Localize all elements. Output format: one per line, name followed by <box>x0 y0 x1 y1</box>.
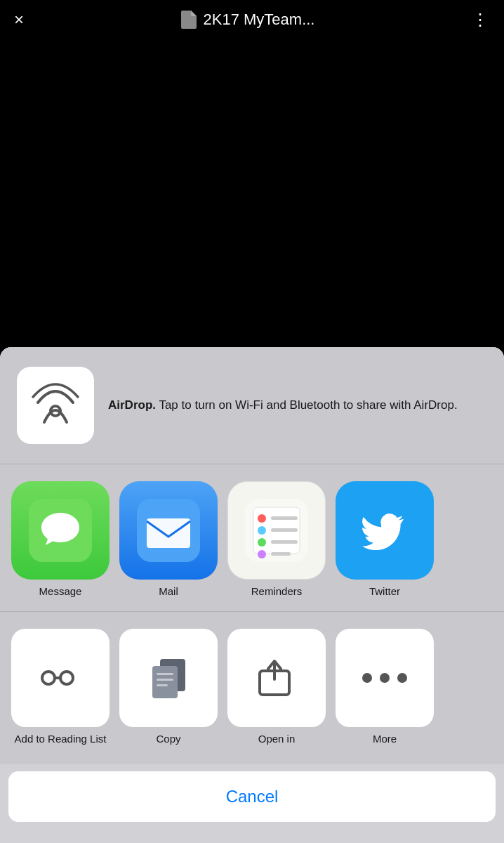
twitter-label: Twitter <box>369 585 400 597</box>
svg-rect-21 <box>157 679 173 681</box>
open-in-icon-wrap <box>227 629 326 727</box>
airdrop-text-body: Tap to turn on Wi-Fi and Bluetooth to sh… <box>156 398 458 412</box>
svg-rect-11 <box>271 528 298 532</box>
airdrop-description: AirDrop. Tap to turn on Wi-Fi and Blueto… <box>108 397 458 414</box>
close-button[interactable]: × <box>14 10 24 30</box>
message-icon <box>11 481 110 580</box>
share-sheet: AirDrop. Tap to turn on Wi-Fi and Blueto… <box>0 347 504 843</box>
svg-rect-19 <box>152 666 178 698</box>
svg-point-9 <box>258 550 266 558</box>
svg-point-15 <box>42 672 55 684</box>
svg-point-25 <box>362 673 372 683</box>
more-button[interactable]: ⋮ <box>472 10 490 30</box>
action-item-copy[interactable]: Copy <box>119 629 218 745</box>
title-text: 2K17 MyTeam... <box>204 11 315 29</box>
action-item-add-to-reading-list[interactable]: Add to Reading List <box>11 629 110 745</box>
action-row: Add to Reading List Copy <box>11 629 493 745</box>
svg-point-16 <box>60 672 73 684</box>
copy-label: Copy <box>156 733 180 745</box>
app-item-mail[interactable]: Mail <box>119 481 218 597</box>
document-icon <box>181 11 197 29</box>
page-title: 2K17 MyTeam... <box>181 11 315 29</box>
svg-point-7 <box>258 526 266 535</box>
reading-list-icon <box>36 660 85 695</box>
open-in-icon <box>256 657 298 699</box>
app-item-reminders[interactable]: Reminders <box>227 481 326 597</box>
message-label: Message <box>39 585 82 597</box>
action-item-more[interactable]: More <box>336 629 434 745</box>
more-dots-icon <box>360 667 409 688</box>
svg-rect-12 <box>271 540 298 544</box>
reading-list-icon-wrap <box>11 629 110 727</box>
svg-point-8 <box>258 538 266 547</box>
svg-rect-22 <box>157 684 168 686</box>
airdrop-bold: AirDrop. <box>108 398 156 412</box>
app-row: Message <box>11 481 493 597</box>
svg-rect-20 <box>157 673 173 675</box>
svg-point-6 <box>258 514 266 523</box>
cancel-label: Cancel <box>226 787 279 806</box>
svg-rect-10 <box>271 516 298 520</box>
app-item-message[interactable]: Message <box>11 481 110 597</box>
action-item-open-in[interactable]: Open in <box>227 629 326 745</box>
reading-list-label: Add to Reading List <box>15 733 107 745</box>
svg-point-26 <box>380 673 390 683</box>
mail-label: Mail <box>159 585 178 597</box>
reminders-icon <box>227 481 326 580</box>
copy-icon-wrap <box>119 629 218 727</box>
copy-icon <box>146 655 192 701</box>
cancel-section[interactable]: Cancel <box>8 771 496 822</box>
app-row-section: Message <box>0 464 504 612</box>
svg-rect-3 <box>147 518 190 548</box>
svg-point-27 <box>397 673 407 683</box>
twitter-icon <box>336 481 434 580</box>
airdrop-icon <box>27 377 84 433</box>
mail-icon <box>119 481 218 580</box>
open-in-label: Open in <box>258 733 296 745</box>
airdrop-section[interactable]: AirDrop. Tap to turn on Wi-Fi and Blueto… <box>0 347 504 464</box>
app-item-twitter[interactable]: Twitter <box>336 481 434 597</box>
more-label: More <box>373 733 397 745</box>
svg-rect-13 <box>271 552 291 556</box>
action-row-section: Add to Reading List Copy <box>0 612 504 764</box>
top-bar: × 2K17 MyTeam... ⋮ <box>0 0 504 39</box>
reminders-label: Reminders <box>251 585 303 597</box>
airdrop-icon-wrap <box>17 367 94 444</box>
more-icon-wrap <box>336 629 434 727</box>
